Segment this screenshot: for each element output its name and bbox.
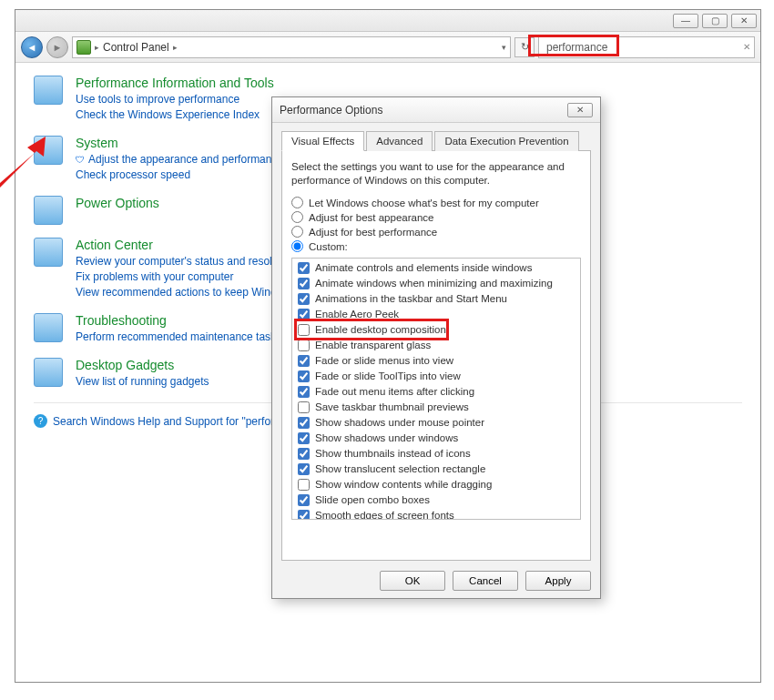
- radio-label: Let Windows choose what's best for my co…: [309, 198, 539, 208]
- radio-label: Custom:: [309, 241, 348, 252]
- visual-effect-option[interactable]: Enable transparent glass: [292, 338, 580, 353]
- option-checkbox[interactable]: [298, 417, 310, 429]
- dialog-title: Performance Options: [280, 104, 382, 117]
- option-label: Enable Aero Peek: [315, 308, 399, 321]
- breadcrumb[interactable]: ▸ Control Panel ▸ ▾: [72, 36, 511, 58]
- visual-effect-option[interactable]: Show shadows under windows: [292, 431, 580, 446]
- option-checkbox[interactable]: [298, 293, 310, 305]
- radio-option[interactable]: Let Windows choose what's best for my co…: [291, 197, 581, 208]
- option-checkbox[interactable]: [298, 386, 310, 398]
- visual-effect-option[interactable]: Fade or slide menus into view: [292, 353, 580, 369]
- radio-input[interactable]: [291, 240, 303, 252]
- clear-search-icon[interactable]: ✕: [743, 42, 750, 52]
- radio-input[interactable]: [291, 226, 303, 238]
- option-label: Smooth edges of screen fonts: [315, 509, 454, 520]
- search-box[interactable]: ✕: [538, 36, 755, 58]
- visual-effect-option[interactable]: Show translucent selection rectangle: [292, 462, 580, 477]
- chevron-icon: ▸: [173, 43, 178, 52]
- tab-visual-effects[interactable]: Visual Effects: [281, 131, 364, 151]
- option-label: Show thumbnails instead of icons: [315, 447, 471, 461]
- control-panel-icon: [76, 40, 91, 55]
- option-checkbox[interactable]: [298, 401, 310, 413]
- visual-effect-option[interactable]: Save taskbar thumbnail previews: [292, 400, 580, 415]
- visual-effect-option[interactable]: Show shadows under mouse pointer: [292, 415, 580, 431]
- option-checkbox[interactable]: [298, 370, 310, 382]
- option-label: Show shadows under windows: [315, 431, 458, 445]
- option-label: Save taskbar thumbnail previews: [315, 401, 469, 414]
- visual-effect-option[interactable]: Show window contents while dragging: [292, 477, 580, 492]
- option-checkbox[interactable]: [298, 355, 310, 367]
- search-input[interactable]: [545, 40, 734, 55]
- close-button[interactable]: ✕: [731, 14, 757, 28]
- dialog-titlebar: Performance Options ✕: [272, 97, 600, 123]
- option-checkbox[interactable]: [298, 479, 310, 491]
- titlebar: — ▢ ✕: [15, 10, 760, 32]
- option-label: Enable transparent glass: [315, 339, 431, 352]
- dropdown-icon[interactable]: ▾: [502, 43, 506, 52]
- ok-button[interactable]: OK: [380, 571, 445, 591]
- cancel-button[interactable]: Cancel: [453, 571, 518, 591]
- option-checkbox[interactable]: [298, 510, 310, 520]
- option-label: Show shadows under mouse pointer: [315, 416, 484, 430]
- back-button[interactable]: ◄: [21, 36, 43, 58]
- visual-effects-list[interactable]: Animate controls and elements inside win…: [291, 258, 581, 520]
- option-checkbox[interactable]: [298, 324, 310, 336]
- apply-button[interactable]: Apply: [525, 571, 591, 591]
- minimize-button[interactable]: —: [673, 14, 698, 28]
- visual-effect-option[interactable]: Fade or slide ToolTips into view: [292, 369, 580, 384]
- option-label: Enable desktop composition: [315, 323, 446, 337]
- option-checkbox[interactable]: [298, 463, 310, 475]
- option-label: Fade out menu items after clicking: [315, 385, 474, 399]
- category-icon: [34, 196, 63, 225]
- visual-effect-option[interactable]: Animations in the taskbar and Start Menu: [292, 291, 580, 307]
- radio-option[interactable]: Adjust for best appearance: [291, 211, 581, 223]
- visual-effect-option[interactable]: Smooth edges of screen fonts: [292, 508, 580, 520]
- refresh-button[interactable]: ↻: [514, 37, 535, 57]
- forward-button[interactable]: ►: [46, 36, 68, 58]
- option-label: Fade or slide ToolTips into view: [315, 370, 461, 383]
- visual-effect-option[interactable]: Animate windows when minimizing and maxi…: [292, 276, 580, 291]
- maximize-button[interactable]: ▢: [702, 14, 728, 28]
- option-checkbox[interactable]: [298, 262, 310, 274]
- option-checkbox[interactable]: [298, 340, 310, 351]
- category-icon: [34, 136, 63, 165]
- option-label: Slide open combo boxes: [315, 493, 430, 507]
- dialog-close-button[interactable]: ✕: [567, 103, 593, 117]
- radio-option[interactable]: Adjust for best performance: [291, 226, 581, 238]
- visual-effect-option[interactable]: Enable Aero Peek: [292, 307, 580, 322]
- visual-effect-option[interactable]: Animate controls and elements inside win…: [292, 260, 580, 276]
- radio-option[interactable]: Custom:: [291, 240, 581, 252]
- option-checkbox[interactable]: [298, 494, 310, 506]
- tab-data-execution-prevention[interactable]: Data Execution Prevention: [434, 131, 578, 151]
- option-label: Animate windows when minimizing and maxi…: [315, 277, 553, 290]
- radio-input[interactable]: [291, 197, 303, 208]
- visual-effect-option[interactable]: Enable desktop composition: [292, 322, 580, 338]
- option-label: Animate controls and elements inside win…: [315, 261, 532, 275]
- visual-effect-option[interactable]: Show thumbnails instead of icons: [292, 446, 580, 462]
- tabstrip: Visual EffectsAdvancedData Execution Pre…: [281, 130, 591, 151]
- visual-effect-option[interactable]: Slide open combo boxes: [292, 492, 580, 508]
- dialog-buttons: OK Cancel Apply: [380, 571, 591, 591]
- intro-text: Select the settings you want to use for …: [291, 160, 581, 188]
- address-bar: ◄ ► ▸ Control Panel ▸ ▾ ↻ ✕: [15, 32, 760, 63]
- result-title[interactable]: Performance Information and Tools: [76, 76, 742, 90]
- category-icon: [34, 313, 63, 342]
- option-label: Animations in the taskbar and Start Menu: [315, 292, 507, 306]
- option-checkbox[interactable]: [298, 448, 310, 460]
- chevron-icon: ▸: [95, 43, 99, 52]
- category-icon: [34, 76, 63, 105]
- option-label: Show translucent selection rectangle: [315, 462, 485, 476]
- visual-effect-option[interactable]: Fade out menu items after clicking: [292, 384, 580, 400]
- category-icon: [34, 238, 63, 267]
- radio-label: Adjust for best performance: [309, 227, 437, 238]
- category-icon: [34, 358, 63, 387]
- tab-advanced[interactable]: Advanced: [366, 131, 433, 151]
- option-label: Fade or slide menus into view: [315, 354, 453, 368]
- breadcrumb-root[interactable]: Control Panel: [103, 41, 169, 54]
- option-checkbox[interactable]: [298, 309, 310, 320]
- option-checkbox[interactable]: [298, 278, 310, 289]
- option-checkbox[interactable]: [298, 432, 310, 444]
- radio-input[interactable]: [291, 211, 303, 223]
- performance-options-dialog: Performance Options ✕ Visual EffectsAdva…: [271, 96, 601, 599]
- option-label: Show window contents while dragging: [315, 478, 492, 492]
